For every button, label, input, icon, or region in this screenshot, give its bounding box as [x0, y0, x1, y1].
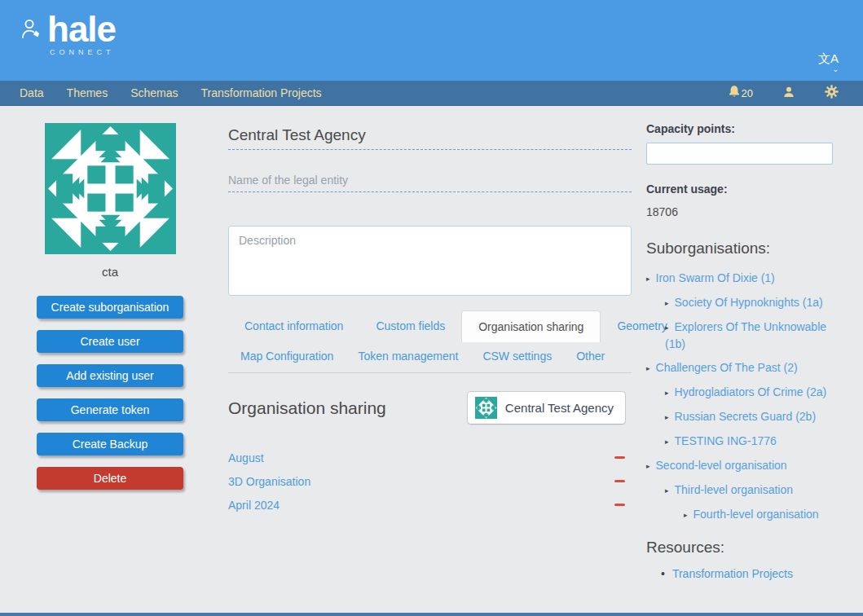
shared-org-link[interactable]: April 2024 [228, 499, 280, 512]
suborg-link[interactable]: Third-level organisation [675, 483, 794, 496]
suborg-link[interactable]: Russian Secrets Guard (2b) [675, 410, 817, 423]
create-suborganisation-button[interactable]: Create suborganisation [37, 296, 183, 319]
capacity-points-input[interactable] [646, 143, 833, 165]
brand-subtitle: CONNECT [50, 48, 116, 56]
caret-right-icon[interactable]: ▸ [665, 323, 669, 332]
tab-organisation-sharing[interactable]: Organisation sharing [461, 310, 601, 342]
resource-link-transformation-projects[interactable]: Transformation Projects [672, 567, 793, 580]
caret-right-icon[interactable]: ▸ [646, 275, 650, 283]
tree-item: ▸TESTING ING-1776 [646, 433, 833, 450]
suborganisations-heading: Suborganisations: [646, 240, 833, 257]
description-textarea[interactable] [228, 226, 632, 296]
tree-item: ▸Third-level organisation [646, 482, 833, 499]
suborg-link[interactable]: Explorers Of The Unknowable (1b) [665, 320, 826, 350]
tab-csw-settings[interactable]: CSW settings [470, 342, 564, 372]
organisation-details: Central Test Agency Contact information … [220, 106, 632, 613]
suborganisations-tree: ▸Iron Swarm Of Dixie (1) ▸Society Of Hyp… [646, 270, 833, 523]
suborg-link[interactable]: Society Of Hypnoknights (1a) [675, 296, 823, 309]
list-item: April 2024 [228, 493, 632, 517]
hale-connect-logo[interactable]: hale CONNECT [0, 0, 863, 56]
tab-token-management[interactable]: Token management [346, 342, 470, 372]
suborg-link[interactable]: Second-level organisation [656, 459, 787, 472]
sharing-section-title: Organisation sharing [228, 398, 386, 418]
tab-map-configuration[interactable]: Map Configuration [228, 342, 346, 372]
tree-item: ▸Russian Secrets Guard (2b) [646, 408, 833, 425]
organisation-selector-label: Central Test Agency [505, 401, 614, 415]
create-user-button[interactable]: Create user [37, 330, 183, 353]
settings-button[interactable] [825, 85, 839, 102]
legal-entity-input[interactable] [228, 174, 632, 192]
caret-right-icon[interactable]: ▸ [665, 389, 669, 397]
people-outline-icon [20, 16, 44, 46]
generate-token-button[interactable]: Generate token [37, 398, 183, 421]
tab-row-1: Contact information Custom fields Organi… [228, 310, 632, 342]
chevron-down-icon: ⌄ [832, 65, 839, 73]
resources-heading: Resources: [646, 539, 833, 557]
suborg-link[interactable]: Challengers Of The Past (2) [656, 361, 798, 374]
sharing-section-header: Organisation sharing [228, 391, 632, 425]
notification-count-badge: 20 [742, 87, 753, 99]
user-account-button[interactable] [782, 86, 795, 102]
tab-custom-fields[interactable]: Custom fields [359, 310, 461, 342]
nav-item-data[interactable]: Data [8, 81, 55, 106]
delete-button[interactable]: Delete [37, 467, 183, 490]
suborg-link[interactable]: Iron Swarm Of Dixie (1) [656, 271, 775, 284]
tab-contact-information[interactable]: Contact information [228, 310, 359, 342]
caret-right-icon[interactable]: ▸ [665, 413, 669, 421]
remove-icon[interactable] [614, 480, 625, 482]
caret-right-icon[interactable]: ▸ [684, 511, 688, 519]
gear-icon [825, 85, 839, 102]
caret-right-icon[interactable]: ▸ [665, 299, 669, 307]
nav-item-themes[interactable]: Themes [55, 81, 120, 106]
brand-text: hale CONNECT [47, 13, 116, 56]
tree-item: ▸Fourth-level organisation [646, 506, 833, 523]
nav-item-transformation-projects[interactable]: Transformation Projects [190, 81, 333, 106]
add-existing-user-button[interactable]: Add existing user [37, 364, 183, 387]
tree-item: ▸Hydrogladiators Of Crime (2a) [646, 384, 833, 401]
organisation-logo [45, 123, 176, 254]
notifications-button[interactable]: 20 [728, 85, 753, 102]
tree-item: ▸Society Of Hypnoknights (1a) [646, 294, 833, 311]
app-header: hale CONNECT 文A ⌄ [0, 0, 863, 81]
create-backup-button[interactable]: Create Backup [37, 433, 183, 455]
tree-item: ▸Second-level organisation [646, 457, 833, 474]
content-area: cta Create suborganisation Create user A… [0, 106, 863, 613]
shared-org-link[interactable]: 3D Organisation [228, 475, 310, 488]
main-navbar: Data Themes Schemas Transformation Proje… [0, 81, 863, 106]
organisation-short-name: cta [0, 265, 220, 279]
nav-item-schemas[interactable]: Schemas [119, 81, 189, 106]
caret-right-icon[interactable]: ▸ [646, 462, 650, 470]
tab-other[interactable]: Other [564, 342, 617, 372]
organisation-selector-button[interactable]: Central Test Agency [467, 391, 626, 425]
language-switcher-icon[interactable]: 文A ⌄ [818, 51, 839, 67]
current-usage-value: 18706 [646, 205, 833, 218]
organisation-name-field[interactable]: Central Test Agency [228, 126, 632, 150]
capacity-points-label: Capacity points: [646, 122, 833, 135]
organisation-panel: cta Create suborganisation Create user A… [0, 106, 220, 613]
page: hale CONNECT 文A ⌄ Data Themes Schemas Tr… [0, 0, 863, 616]
organisation-mini-logo-icon [475, 397, 497, 419]
bell-icon [728, 85, 741, 102]
nav-icons: 20 [728, 85, 839, 102]
action-buttons: Create suborganisation Create user Add e… [0, 296, 220, 490]
current-usage-label: Current usage: [646, 183, 833, 196]
suborg-link[interactable]: TESTING ING-1776 [675, 434, 777, 447]
sidebar: Capacity points: Current usage: 18706 Su… [632, 106, 863, 613]
settings-tabs: Contact information Custom fields Organi… [228, 310, 632, 373]
tree-item: ▸Iron Swarm Of Dixie (1) [646, 270, 833, 287]
language-glyph: 文A [818, 51, 839, 65]
tree-item: ▸Challengers Of The Past (2) [646, 359, 833, 376]
remove-icon[interactable] [614, 504, 625, 506]
list-item: •Transformation Projects [646, 567, 833, 580]
caret-right-icon[interactable]: ▸ [665, 486, 669, 495]
bullet-icon: • [661, 567, 665, 580]
suborg-link[interactable]: Fourth-level organisation [693, 508, 819, 521]
brand-name: hale [47, 13, 116, 46]
shared-org-link[interactable]: August [228, 451, 264, 464]
caret-right-icon[interactable]: ▸ [665, 438, 669, 446]
tab-row-2: Map Configuration Token management CSW s… [228, 342, 632, 372]
suborg-link[interactable]: Hydrogladiators Of Crime (2a) [675, 385, 827, 398]
footer-bar [0, 613, 863, 616]
remove-icon[interactable] [614, 456, 625, 459]
caret-right-icon[interactable]: ▸ [646, 364, 650, 372]
